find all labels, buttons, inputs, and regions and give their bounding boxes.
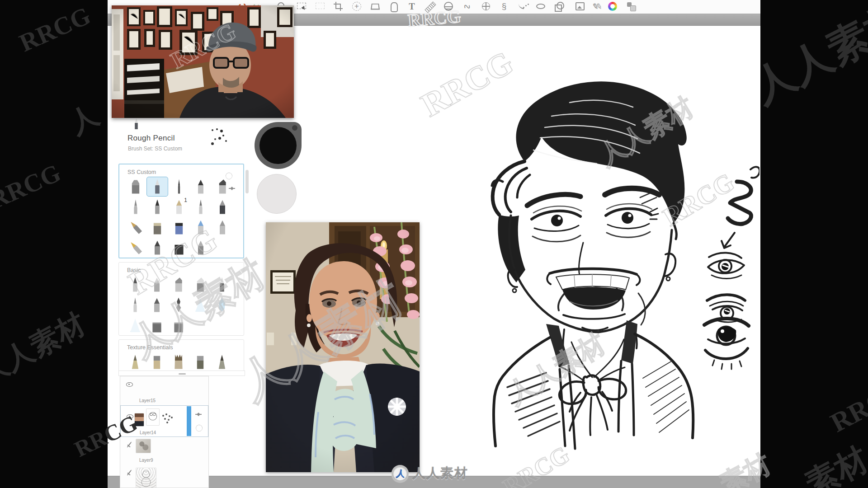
brush-panel-resize-handle[interactable] <box>118 371 245 376</box>
brush-bullet-tip[interactable] <box>212 217 233 237</box>
layer-selected-tag <box>187 406 191 436</box>
layer-thumbnail-gray[interactable] <box>136 439 151 453</box>
brush-nib-pen[interactable] <box>124 295 146 315</box>
brush-round-marker[interactable] <box>146 238 168 258</box>
french-curves-icon[interactable] <box>498 0 510 12</box>
layer-visible-icon[interactable] <box>126 413 134 419</box>
site-logo-icon: 人 <box>392 465 409 482</box>
brush-set-ss-custom: SS Custom1 <box>118 164 244 258</box>
brush-triangle-eraser-large[interactable] <box>124 315 146 335</box>
brush-set-texture-essentials: Texture Essentials <box>118 339 244 371</box>
brush-airbrush[interactable] <box>190 217 212 237</box>
brush-block-brush[interactable] <box>146 352 168 372</box>
brush-gold-pen[interactable] <box>125 238 146 258</box>
brush-rough-pencil[interactable] <box>146 177 168 197</box>
brush-flat-brush[interactable] <box>146 217 168 237</box>
secondary-color-puck[interactable] <box>257 174 297 214</box>
brush-set-title: Basic <box>119 263 244 274</box>
site-logo-text: 人人素材 <box>412 465 468 483</box>
layers-panel-icon[interactable] <box>625 0 637 12</box>
brush-chrome-marker[interactable] <box>168 275 189 295</box>
layer-row-layer14[interactable]: Layer14 <box>120 405 208 437</box>
brush-blend-drop[interactable] <box>211 295 233 315</box>
brush-row <box>119 176 243 197</box>
brush-bristle-brush[interactable] <box>168 352 189 372</box>
distort-tool-icon[interactable] <box>369 0 381 12</box>
brush-cone-marker[interactable] <box>211 352 233 372</box>
brush-broad-eraser[interactable] <box>125 177 146 197</box>
brush-bullet-marker[interactable] <box>190 177 212 197</box>
crop-tool-icon[interactable] <box>332 0 344 12</box>
selection-tool-icon[interactable] <box>296 0 307 12</box>
text-tool-icon[interactable] <box>406 0 418 12</box>
color-wheel-icon[interactable] <box>607 0 618 12</box>
brush-fountain-nib[interactable] <box>190 197 212 217</box>
brush-triangle-eraser[interactable] <box>189 295 211 315</box>
brush-flat-marker[interactable] <box>168 217 190 237</box>
layer-row-layer9[interactable]: Layer9 <box>120 437 208 465</box>
brush-set-title: SS Custom <box>119 164 243 176</box>
deselect-tool-icon[interactable] <box>314 0 326 12</box>
current-brush-header: Rough Pencil Brush Set: SS Custom <box>127 117 245 157</box>
layer-hidden-icon[interactable] <box>126 469 133 476</box>
brush-small-bullet[interactable] <box>190 238 212 258</box>
brush-row <box>119 274 244 295</box>
layer-adjust-icon[interactable] <box>195 410 202 418</box>
watermark: 人人素材 <box>0 304 92 393</box>
layer-thumbnail-portrait[interactable] <box>136 468 156 488</box>
watermark: RRCG <box>0 158 65 215</box>
brushes-panel-icon[interactable] <box>592 0 604 12</box>
brush-chisel-pencil[interactable] <box>146 197 168 217</box>
watermark: 人人素材 <box>743 0 868 115</box>
layer-options-icon[interactable] <box>196 425 203 432</box>
brush-small-marker[interactable] <box>146 295 168 315</box>
brush-set-label: Brush Set: SS Custom <box>128 145 182 152</box>
brush-detail-brush[interactable] <box>212 197 233 217</box>
brush-name: Rough Pencil <box>127 134 175 143</box>
current-brush-icon[interactable] <box>133 118 140 129</box>
brush-angled-paintbrush[interactable] <box>125 217 146 237</box>
brush-pencil[interactable] <box>124 275 146 295</box>
layer-hidden-icon[interactable] <box>126 441 133 448</box>
layer-thumbnail-photo[interactable] <box>134 413 144 427</box>
layer-visible-icon[interactable] <box>126 381 133 387</box>
shapes-tool-icon[interactable] <box>553 0 565 12</box>
brush-library-scrollbar[interactable] <box>245 170 249 193</box>
brush-roller-stamp[interactable] <box>189 352 211 372</box>
transform-tool-icon[interactable] <box>351 0 363 12</box>
reference-photo <box>266 222 420 472</box>
brush-liner-brush[interactable] <box>168 177 190 197</box>
ellipse-tool-icon[interactable] <box>535 0 547 12</box>
brush-set-title: Texture Essentials <box>119 340 244 352</box>
fill-tool-icon[interactable] <box>387 0 399 12</box>
brush-pencil-variant[interactable]: 1 <box>168 197 190 217</box>
predictive-stroke-icon[interactable] <box>461 0 473 12</box>
spline-tool-icon[interactable] <box>517 0 529 12</box>
watermark: RRCG <box>15 1 95 58</box>
import-image-icon[interactable] <box>574 0 586 12</box>
layer-row-bottom[interactable] <box>120 465 208 488</box>
perspective-tool-icon[interactable] <box>480 0 492 12</box>
brush-angled-chisel[interactable] <box>212 177 233 197</box>
brush-flat-black-marker[interactable] <box>168 238 190 258</box>
brush-hook-nib[interactable] <box>125 197 146 217</box>
brush-grunge-brush[interactable] <box>124 352 146 372</box>
brush-chisel-tip[interactable] <box>189 275 211 295</box>
video-frame: Rough Pencil Brush Set: SS Custom SS Cus… <box>0 0 868 488</box>
brush-glass-inking-pen[interactable] <box>146 275 168 295</box>
instructor-webcam-video <box>112 5 294 118</box>
brush-square-eraser[interactable] <box>146 315 168 335</box>
brush-stroke-preview <box>208 127 231 149</box>
symmetry-tool-icon[interactable] <box>443 0 454 12</box>
active-color-puck[interactable] <box>255 122 302 169</box>
site-logo: 人 人人素材 <box>392 465 468 483</box>
brush-row <box>119 237 243 258</box>
layer-thumbnail-sketch[interactable] <box>146 408 160 426</box>
brush-flame-brush[interactable] <box>168 295 189 315</box>
layer-row-layer15[interactable]: Layer15 <box>120 376 208 405</box>
brush-square-eraser-soft[interactable] <box>168 315 189 335</box>
ruler-tool-icon[interactable] <box>424 0 436 12</box>
brush-fine-liner[interactable] <box>211 275 233 295</box>
brush-row: 1 <box>119 197 243 217</box>
brush-row <box>119 352 244 371</box>
